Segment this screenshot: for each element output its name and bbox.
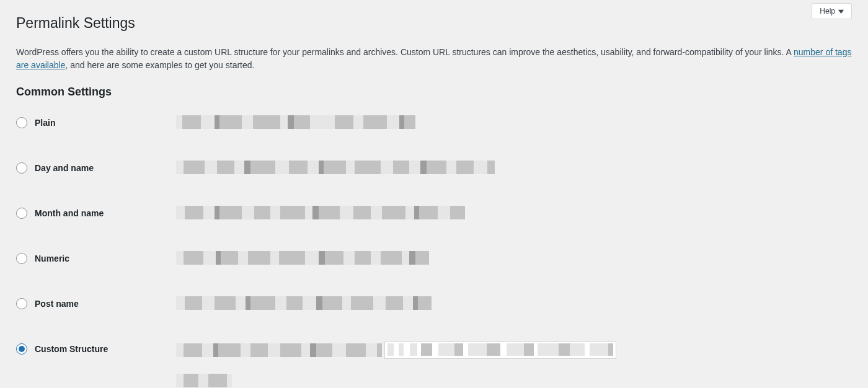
custom-structure-input[interactable] [384,342,616,359]
option-name-numeric: Numeric [35,252,69,265]
help-button[interactable]: Help [812,3,852,19]
blurred-example [176,115,415,129]
blurred-example [176,296,432,310]
option-plain: Plain [16,115,852,130]
blurred-tags [176,374,232,387]
radio-plain[interactable] [16,117,27,128]
option-month-name: Month and name [16,206,852,220]
example-day-name [176,161,852,174]
intro-text: WordPress offers you the ability to crea… [16,46,852,73]
page-title: Permalink Settings [16,0,852,40]
option-name-post-name: Post name [35,298,79,311]
blurred-prefix [176,343,382,357]
option-label-post-name[interactable]: Post name [16,296,176,311]
settings-table: Plain Day and name M [16,115,852,387]
option-label-month-name[interactable]: Month and name [16,206,176,220]
intro-before: WordPress offers you the ability to crea… [16,47,794,57]
option-day-name: Day and name [16,161,852,175]
intro-after: , and here are some examples to get you … [65,60,254,70]
option-label-plain[interactable]: Plain [16,115,176,130]
example-month-name [176,206,852,219]
example-numeric [176,251,852,265]
option-label-numeric[interactable]: Numeric [16,251,176,265]
blurred-example [176,206,465,219]
option-name-custom: Custom Structure [35,343,108,356]
example-post-name [176,296,852,310]
example-custom [176,342,852,387]
radio-post-name[interactable] [16,298,27,309]
option-label-custom[interactable]: Custom Structure [16,342,176,356]
option-numeric: Numeric [16,251,852,265]
option-name-month-name: Month and name [35,207,104,220]
option-post-name: Post name [16,296,852,311]
option-custom: Custom Structure [16,342,852,387]
help-label: Help [820,7,835,15]
option-name-day-name: Day and name [35,162,94,175]
common-settings-heading: Common Settings [16,84,852,100]
radio-custom[interactable] [16,343,27,355]
blurred-example [176,161,495,174]
example-plain [176,115,852,129]
radio-numeric[interactable] [16,253,27,264]
blurred-example [176,251,429,265]
blurred-input-value [388,343,613,356]
dropdown-icon [838,9,844,14]
radio-day-name[interactable] [16,162,27,174]
radio-month-name[interactable] [16,208,27,219]
option-name-plain: Plain [35,117,55,130]
option-label-day-name[interactable]: Day and name [16,161,176,175]
